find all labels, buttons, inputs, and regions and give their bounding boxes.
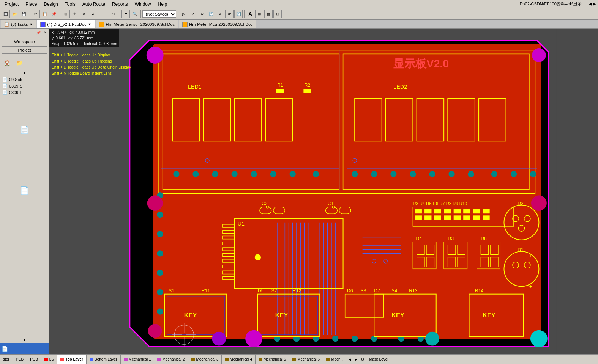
svg-point-47: [290, 171, 296, 177]
scroll-up-btn[interactable]: ▲: [23, 71, 27, 75]
pcb-canvas[interactable]: U1 R3 R4 R5 R6 R7 R8 R9 R10: [49, 29, 598, 354]
file-item-3[interactable]: 📄 0309.F: [1, 89, 48, 96]
menu-reports[interactable]: Reports: [109, 1, 131, 8]
svg-rect-104: [483, 215, 489, 220]
tb-text-a[interactable]: A: [246, 10, 254, 18]
nav-project[interactable]: Project: [2, 46, 47, 54]
layer-tab-toplayer[interactable]: Top Layer: [57, 355, 87, 364]
svg-text:R11: R11: [202, 288, 210, 293]
svg-text:KEY: KEY: [275, 312, 288, 318]
tab-tasks[interactable]: 📋 (8) Tasks ▼: [1, 20, 36, 28]
layer-tab-mech4[interactable]: Mechanical 4: [222, 355, 256, 364]
layer-tab-pcb1[interactable]: PCB: [13, 355, 27, 364]
ls-dot: [44, 358, 48, 361]
nav-workspace[interactable]: Workspace: [2, 38, 47, 46]
tb-new[interactable]: 🔲: [2, 10, 10, 18]
layer-tab-mech3[interactable]: Mechanical 3: [188, 355, 222, 364]
bottomlayer-dot: [90, 358, 93, 361]
tb-r3[interactable]: ↺: [216, 10, 224, 18]
menu-tools[interactable]: Tools: [62, 1, 79, 8]
svg-text:R13: R13: [409, 288, 418, 293]
svg-point-53: [429, 171, 435, 177]
tb-cut[interactable]: ✂: [32, 10, 40, 18]
bottom-layer-bar: stor PCB PCB LS Top Layer Bottom Layer M…: [0, 354, 598, 364]
dis-dropdown[interactable]: ▼: [88, 22, 92, 26]
tb-sep7: [244, 10, 245, 18]
layer-tab-mech6[interactable]: Mechanical 6: [289, 355, 323, 364]
scroll-down-btn[interactable]: ▼: [23, 338, 27, 342]
tb-select[interactable]: ⊞: [62, 10, 70, 18]
tb-save[interactable]: 💾: [20, 10, 28, 18]
tb-zoom[interactable]: 🔍: [131, 10, 139, 18]
file-icon-3: 📄: [2, 90, 8, 95]
tb-move[interactable]: ✕: [80, 10, 88, 18]
nav-back-icon[interactable]: ◀: [589, 2, 592, 6]
left-icon-home[interactable]: 🏠: [2, 58, 12, 68]
tab-dis[interactable]: (4) DIS_v2.1.PcbDoc ▼: [37, 20, 95, 28]
tb-open[interactable]: 📂: [11, 10, 19, 18]
tb-run[interactable]: ▷: [180, 10, 188, 18]
lp-close[interactable]: ✕: [42, 30, 48, 36]
layer-tab-nstor[interactable]: stor: [0, 355, 13, 364]
tb-undo[interactable]: ↩: [101, 10, 109, 18]
tb-redo[interactable]: ↪: [110, 10, 118, 18]
svg-text:D2: D2: [518, 201, 524, 206]
svg-text:D4: D4: [416, 236, 422, 241]
layer-settings-icon[interactable]: ⚙: [361, 357, 364, 362]
menu-autoroute[interactable]: Auto Route: [79, 1, 108, 8]
file-item-2[interactable]: 📄 0309.S: [1, 83, 48, 89]
layer-tab-mech7[interactable]: Mech...: [323, 355, 347, 364]
left-icon-folder[interactable]: 📁: [14, 58, 24, 68]
hint-display: Shift + H Toggle Heads Up Display Shift …: [49, 52, 133, 77]
file-label-3: 0309.F: [9, 90, 22, 95]
menu-help[interactable]: Help: [155, 1, 170, 8]
layer-tab-mech5[interactable]: Mechanical 5: [256, 355, 289, 364]
tb-stop[interactable]: ↗: [189, 10, 197, 18]
svg-text:LED1: LED1: [188, 84, 202, 90]
file-item-1[interactable]: 📄 09.Sch: [1, 76, 48, 83]
tab-sensor[interactable]: Hm-Meter-Sensor-20200309.SchDoc: [96, 20, 178, 28]
layer-scroll-right[interactable]: ▶: [353, 355, 359, 364]
menu-place[interactable]: Place: [22, 1, 40, 8]
tb-grid2[interactable]: ▦: [264, 10, 273, 18]
file-list: 📄 09.Sch 📄 0309.S 📄 0309.F 📄 📄: [0, 75, 49, 337]
tb-cross[interactable]: ✛: [71, 10, 79, 18]
svg-text:S3: S3: [361, 288, 366, 293]
menu-window[interactable]: Window: [132, 1, 154, 8]
svg-text:R2: R2: [304, 83, 310, 88]
tb-paste[interactable]: 📌: [50, 10, 58, 18]
svg-text:KEY: KEY: [483, 312, 495, 318]
layer-scroll-left[interactable]: ◀: [347, 355, 353, 364]
lp-pin[interactable]: 📌: [35, 30, 41, 36]
layer-tab-mech1[interactable]: Mechanical 1: [121, 355, 155, 364]
svg-text:R1: R1: [277, 83, 283, 88]
tb-r1[interactable]: ↻: [198, 10, 206, 18]
layer-tab-bottomlayer[interactable]: Bottom Layer: [87, 355, 120, 364]
menu-design[interactable]: Design: [41, 1, 61, 8]
svg-point-49: [352, 171, 358, 177]
svg-text:C1: C1: [328, 201, 334, 206]
tab-mcu[interactable]: Hm-Meter-Mcu-20200309.SchDoc: [179, 20, 256, 28]
tb-r2[interactable]: 🔄: [207, 10, 215, 18]
tasks-dropdown[interactable]: ▼: [29, 22, 33, 26]
coord-ydx: y: 9.601 dy: 85.721 mm: [52, 35, 117, 41]
tb-flag[interactable]: ⚑: [121, 10, 130, 18]
tb-r4[interactable]: ⟳: [225, 10, 234, 18]
tb-copy[interactable]: 📋: [41, 10, 49, 18]
menu-project[interactable]: Project: [2, 1, 22, 8]
layer-tab-mech2[interactable]: Mechanical 2: [154, 355, 188, 364]
tb-r5[interactable]: 🔃: [234, 10, 243, 18]
svg-point-50: [371, 171, 377, 177]
tb-x2[interactable]: ✗: [89, 10, 97, 18]
tb-grid3[interactable]: ⊟: [273, 10, 282, 18]
layer-tab-pcb2[interactable]: PCB: [27, 355, 41, 364]
tb-grid1[interactable]: ⊞: [255, 10, 263, 18]
svg-text:R14: R14: [475, 288, 484, 293]
nav-fwd-icon[interactable]: ▶: [593, 2, 596, 6]
svg-point-41: [173, 171, 179, 177]
canvas-area[interactable]: x: -7.747 dx: 43.032 mm y: 9.601 dy: 85.…: [49, 29, 598, 354]
layer-tab-ls[interactable]: LS: [41, 355, 57, 364]
svg-text:D1: D1: [518, 247, 524, 253]
svg-rect-95: [473, 209, 480, 213]
tb-saved-combo[interactable]: (Not Saved): [142, 10, 176, 18]
